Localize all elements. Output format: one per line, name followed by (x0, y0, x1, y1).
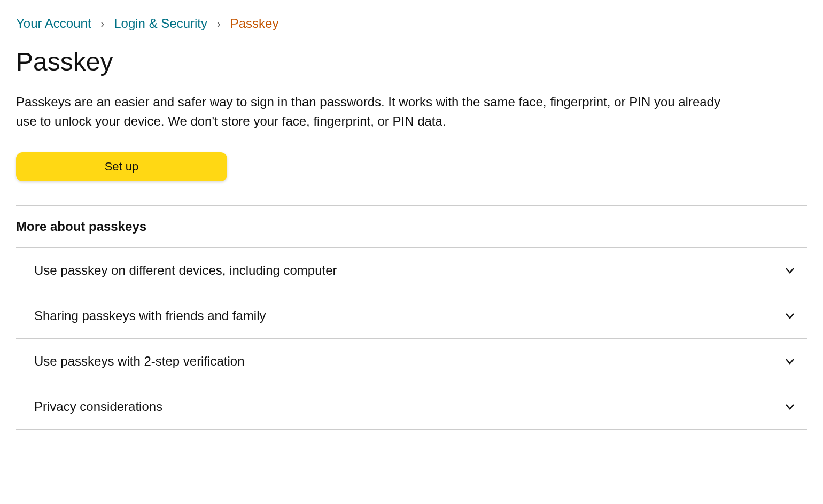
chevron-down-icon (783, 355, 796, 368)
accordion-item-label: Use passkey on different devices, includ… (34, 263, 337, 278)
chevron-down-icon (783, 400, 796, 413)
breadcrumb-separator: › (217, 18, 221, 30)
chevron-down-icon (783, 309, 796, 322)
divider (16, 205, 807, 206)
breadcrumb-link-your-account[interactable]: Your Account (16, 16, 91, 31)
breadcrumb-link-login-security[interactable]: Login & Security (114, 16, 207, 31)
accordion-item-sharing[interactable]: Sharing passkeys with friends and family (16, 293, 807, 339)
accordion-item-privacy[interactable]: Privacy considerations (16, 384, 807, 430)
breadcrumb: Your Account › Login & Security › Passke… (16, 16, 807, 31)
accordion-item-label: Use passkeys with 2-step verification (34, 354, 245, 369)
accordion-item-2step[interactable]: Use passkeys with 2-step verification (16, 339, 807, 384)
accordion-item-label: Privacy considerations (34, 399, 162, 414)
breadcrumb-current: Passkey (230, 16, 279, 31)
accordion: Use passkey on different devices, includ… (16, 247, 807, 430)
setup-button[interactable]: Set up (16, 152, 227, 181)
page-title: Passkey (16, 47, 807, 76)
breadcrumb-separator: › (101, 18, 105, 30)
page-description: Passkeys are an easier and safer way to … (16, 92, 721, 131)
accordion-item-different-devices[interactable]: Use passkey on different devices, includ… (16, 248, 807, 293)
page-container: Your Account › Login & Security › Passke… (16, 16, 807, 430)
chevron-down-icon (783, 264, 796, 277)
more-about-passkeys-title: More about passkeys (16, 219, 807, 234)
accordion-item-label: Sharing passkeys with friends and family (34, 308, 266, 323)
